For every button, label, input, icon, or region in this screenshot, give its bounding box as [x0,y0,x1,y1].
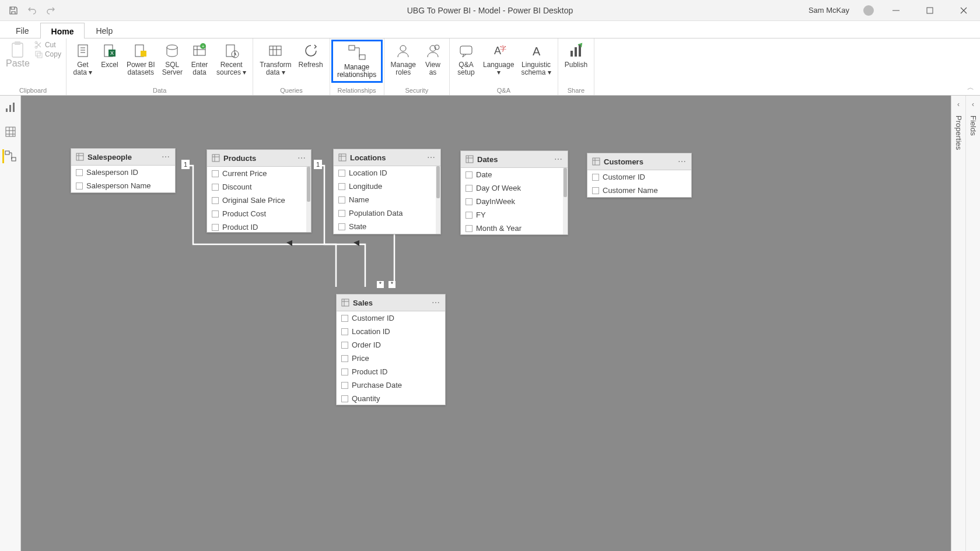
field-item[interactable]: Customer ID [587,170,691,184]
field-item[interactable]: Population Data [334,206,440,220]
svg-rect-49 [76,153,83,160]
field-item[interactable]: State Code [334,233,440,234]
view-as-button[interactable]: View as [420,40,446,78]
field-item[interactable]: Day Of Week [461,181,568,195]
chevron-left-icon[interactable]: ‹ [957,96,960,113]
table-menu-icon[interactable]: ⋯ [554,155,563,164]
undo-icon[interactable] [27,5,37,16]
field-item[interactable]: Current Price [207,167,311,180]
scrollbar[interactable] [563,168,568,234]
svg-rect-18 [226,45,235,57]
table-header[interactable]: Sales ⋯ [337,294,445,311]
get-data-button[interactable]: Get data ▾ [70,40,96,78]
pbi-datasets-button[interactable]: Power BI datasets [124,40,158,78]
report-view-icon[interactable] [4,100,18,114]
field-item[interactable]: Discount [207,180,311,194]
field-item[interactable]: Product Cost [207,207,311,220]
table-sales[interactable]: Sales ⋯ Customer ID Location ID Order ID… [336,294,446,405]
window-title: UBG To Power BI - Model - Power BI Deskt… [407,6,573,15]
language-button[interactable]: A字Language▾ [480,40,517,78]
table-menu-icon[interactable]: ⋯ [427,153,436,162]
redo-icon[interactable] [46,5,56,16]
manage-relationships-button[interactable]: Manage relationships [331,40,383,83]
svg-text:A: A [533,45,541,58]
table-menu-icon[interactable]: ⋯ [298,153,306,163]
cut-label: Cut [45,41,56,49]
collapse-ribbon-icon[interactable]: ︿ [967,83,974,93]
data-view-icon[interactable] [4,125,18,139]
svg-rect-37 [5,151,9,155]
table-products[interactable]: Products ⋯ Current Price Discount Origin… [206,149,312,233]
table-header[interactable]: Products ⋯ [207,150,311,167]
field-icon [341,382,348,389]
properties-pane[interactable]: ‹ Properties [951,96,965,551]
field-item[interactable]: Salesperson Name [71,179,175,192]
model-view-icon[interactable] [2,149,16,163]
table-menu-icon[interactable]: ⋯ [432,298,440,307]
user-name[interactable]: Sam McKay [808,6,849,15]
manage-roles-button[interactable]: Manage roles [388,40,419,78]
table-header[interactable]: Locations ⋯ [334,149,440,166]
field-item[interactable]: Price [337,352,445,365]
field-item[interactable]: Product ID [337,365,445,378]
svg-point-14 [167,45,177,50]
svg-text:+: + [202,44,205,49]
refresh-button[interactable]: Refresh [296,40,326,71]
field-item[interactable]: Month & Year [461,222,568,234]
field-item[interactable]: State [334,220,440,233]
table-menu-icon[interactable]: ⋯ [678,157,687,166]
sql-server-button[interactable]: SQL Server [159,40,186,78]
field-item[interactable]: Salesperson ID [71,166,175,179]
field-item[interactable]: Longitude [334,180,440,193]
copy-label: Copy [45,50,61,58]
table-header[interactable]: Salespeople ⋯ [71,149,175,166]
field-item[interactable]: Purchase Date [337,378,445,392]
save-icon[interactable] [8,5,19,16]
enter-data-button[interactable]: +Enter data [187,40,212,78]
excel-button[interactable]: XExcel [97,40,123,71]
field-item[interactable]: FY [461,208,568,222]
scrollbar[interactable] [436,166,440,234]
field-icon [212,197,219,204]
field-item[interactable]: DayInWeek [461,195,568,208]
field-item[interactable]: Original Sale Price [207,194,311,207]
recent-sources-button[interactable]: Recent sources ▾ [214,40,249,78]
field-item[interactable]: Product ID [207,220,311,232]
scrollbar[interactable] [306,167,311,232]
maximize-button[interactable] [918,0,942,21]
model-canvas[interactable]: 1 1 * * Salespeople ⋯ Salesperson ID Sal… [21,96,951,551]
field-icon [338,196,345,203]
field-icon [212,224,219,231]
publish-button[interactable]: Publish [562,40,590,71]
table-menu-icon[interactable]: ⋯ [162,152,170,162]
field-icon [341,328,348,335]
svg-rect-41 [181,160,190,169]
table-customers[interactable]: Customers ⋯ Customer ID Customer Name [587,153,692,198]
field-item[interactable]: Customer ID [337,311,445,325]
fields-pane[interactable]: ‹ Fields [965,96,980,551]
field-item[interactable]: Name [334,193,440,206]
table-header[interactable]: Customers ⋯ [587,153,691,170]
field-item[interactable]: Customer Name [587,184,691,197]
chevron-left-icon[interactable]: ‹ [972,96,974,113]
field-item[interactable]: Location ID [334,166,440,180]
close-button[interactable] [952,0,975,21]
table-header[interactable]: Dates ⋯ [461,151,568,168]
table-locations[interactable]: Locations ⋯ Location ID Longitude Name P… [333,149,441,234]
qa-setup-button[interactable]: Q&A setup [453,40,479,78]
table-salespeople[interactable]: Salespeople ⋯ Salesperson ID Salesperson… [71,148,176,193]
field-item[interactable]: Quantity [337,392,445,405]
transform-data-button[interactable]: Transform data ▾ [257,40,294,78]
table-dates[interactable]: Dates ⋯ Date Day Of Week DayInWeek FY Mo… [460,150,568,235]
linguistic-schema-button[interactable]: ALinguistic schema ▾ [518,40,554,78]
minimize-button[interactable] [884,0,908,21]
ribbon: Paste Cut Copy Clipboard Get data ▾ XExc… [0,38,980,96]
user-avatar-icon[interactable] [863,5,874,16]
field-item[interactable]: Date [461,168,568,181]
tab-help[interactable]: Help [85,22,124,38]
tab-home[interactable]: Home [40,23,85,38]
svg-rect-26 [460,46,472,54]
field-item[interactable]: Location ID [337,325,445,338]
tab-file[interactable]: File [5,22,40,38]
field-item[interactable]: Order ID [337,338,445,352]
